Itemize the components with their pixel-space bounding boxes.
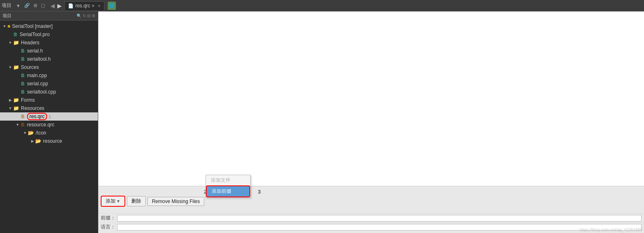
tree-item-headers[interactable]: ▼ 📁 Headers — [0, 39, 98, 47]
tree-item-forms[interactable]: ▶ 📁 Forms — [0, 96, 98, 104]
serialtool-h-icon: 🗎 — [20, 56, 25, 62]
headers-icon: 📁 — [13, 40, 19, 46]
prefix-input[interactable] — [117, 215, 642, 222]
tree-item-pro[interactable]: 🗎 SerialTool.pro — [0, 30, 98, 39]
top-bar: 项目 ▼ 🔗 ⊞ ▢ ◀ ▶ 📄 res.qrc ▼ ✕ 🌐 — [0, 0, 644, 11]
expand-icon-folder: ▼ — [22, 131, 28, 135]
dropdown-add-file[interactable]: 添加文件 — [206, 175, 250, 185]
filter-icon[interactable]: ▼ — [15, 3, 22, 9]
add-prefix-label: 添加前缀 — [212, 188, 231, 194]
watermark: https://blog.csdn.net/qq_42351880 — [580, 228, 642, 232]
bottom-bar: 2 添加 ▼ 删除 Remove Missing Files 添加文件 — [98, 186, 644, 233]
panel-header: 项目 🔍 ↻ ⊟ ⚙ — [0, 11, 98, 21]
sync-icon[interactable]: ↻ — [83, 14, 86, 18]
sources-icon: 📁 — [13, 64, 19, 70]
expand-resource: ▶ — [29, 139, 35, 143]
prefix-label: 前缀： — [101, 215, 115, 222]
tree-label-pro: SerialTool.pro — [20, 32, 50, 37]
tree-label-resource-qrc: resource.qrc — [27, 122, 54, 128]
left-panel: 项目 🔍 ↻ ⊟ ⚙ ▼ ■ SerialTool [master] 🗎 Ser… — [0, 11, 98, 233]
tree-label-serialtool: SerialTool [master] — [12, 23, 52, 29]
tree-item-serialtool-cpp[interactable]: 🗎 serialtool.cpp — [0, 88, 98, 96]
tree-item-serialtool[interactable]: ▼ ■ SerialTool [master] — [0, 22, 98, 30]
nav-arrows: ◀ ▶ — [50, 2, 63, 9]
project-title: 项目 — [2, 2, 11, 9]
tree-label-icon-folder: /Icon — [36, 130, 46, 136]
split-icon[interactable]: ⊞ — [32, 2, 38, 9]
main-cpp-icon: 🗎 — [20, 73, 25, 78]
panel-title: 项目 — [2, 13, 77, 19]
tree-label-sources: Sources — [21, 64, 39, 70]
resource-qrc-icon: 🗎 — [20, 122, 25, 128]
serial-h-icon: 🗎 — [20, 48, 25, 54]
window-icon[interactable]: ▢ — [40, 2, 46, 9]
tab-close-button[interactable]: ✕ — [97, 4, 101, 8]
serialtool-cpp-icon: 🗎 — [20, 89, 25, 95]
nav-back[interactable]: ◀ — [50, 2, 56, 9]
layout-icon[interactable]: ⊟ — [87, 14, 90, 18]
remove-missing-button[interactable]: Remove Missing Files — [147, 197, 204, 206]
file-tree: ▼ ■ SerialTool [master] 🗎 SerialTool.pro… — [0, 21, 98, 233]
tab-dropdown-arrow[interactable]: ▼ — [91, 4, 95, 8]
forms-icon: 📁 — [13, 97, 19, 103]
dropdown-add-prefix[interactable]: 添加前缀 3 — [206, 185, 250, 197]
prefix-field-row: 前缀： — [98, 213, 644, 222]
expand-resources: ▼ — [7, 106, 13, 110]
tree-item-resources[interactable]: ▼ 📁 Resources — [0, 104, 98, 112]
tree-item-sources[interactable]: ▼ 📁 Sources — [0, 63, 98, 71]
delete-button[interactable]: 删除 — [127, 196, 146, 206]
tree-label-serial-cpp: serial.cpp — [27, 81, 48, 87]
resources-icon: 📁 — [13, 105, 19, 111]
editor-area — [98, 11, 644, 186]
tree-item-res-qrc[interactable]: 🗎 res.qrc 1 — [0, 112, 98, 121]
expand-sources: ▼ — [7, 65, 13, 69]
tree-item-resource-qrc[interactable]: ▼ 🗎 resource.qrc — [0, 121, 98, 129]
expand-resource-qrc: ▼ — [15, 123, 20, 127]
add-label: 添加 — [106, 198, 115, 205]
remove-missing-label: Remove Missing Files — [152, 199, 200, 204]
tree-item-serial-cpp[interactable]: 🗎 serial.cpp — [0, 80, 98, 88]
tree-label-resources: Resources — [21, 105, 44, 111]
tree-label-main-cpp: main.cpp — [27, 73, 47, 78]
tree-label-serial-h: serial.h — [27, 48, 43, 54]
tree-item-serialtool-h[interactable]: 🗎 serialtool.h — [0, 55, 98, 63]
pro-icon: 🗎 — [13, 32, 18, 37]
tree-item-serial-h[interactable]: 🗎 serial.h — [0, 47, 98, 55]
tree-item-main-cpp[interactable]: 🗎 main.cpp — [0, 71, 98, 80]
language-label: 语言： — [101, 224, 115, 231]
link-icon[interactable]: 🔗 — [23, 2, 31, 9]
bottom-toolbar: 添加 ▼ 删除 Remove Missing Files — [98, 196, 644, 209]
tab-label: res.qrc — [75, 3, 90, 9]
bottom-fields: 前缀： 语言： — [98, 213, 644, 233]
browser-icon[interactable]: 🌐 — [108, 2, 116, 10]
res-qrc-badge: 1 — [49, 114, 51, 119]
add-button[interactable]: 添加 ▼ — [101, 196, 125, 207]
expand-headers: ▼ — [7, 41, 13, 45]
tab-bar: ◀ ▶ 📄 res.qrc ▼ ✕ 🌐 — [50, 1, 642, 10]
gear-panel-icon[interactable]: ⚙ — [92, 14, 95, 18]
tree-label-res-qrc: res.qrc — [27, 113, 47, 120]
icon-folder-icon: 📂 — [28, 130, 34, 136]
language-input[interactable] — [117, 224, 642, 231]
serial-cpp-icon: 🗎 — [20, 81, 25, 87]
tree-label-forms: Forms — [21, 97, 35, 103]
tree-item-resource[interactable]: ▶ 📂 resource — [0, 137, 98, 145]
top-bar-icons: ▼ 🔗 ⊞ ▢ — [15, 2, 46, 9]
add-dropdown-arrow: ▼ — [116, 199, 120, 203]
tab-res-qrc[interactable]: 📄 res.qrc ▼ ✕ — [64, 1, 105, 10]
filter-panel-icon[interactable]: 🔍 — [77, 14, 81, 18]
res-qrc-icon: 🗎 — [20, 114, 25, 119]
resource-folder-icon: 📂 — [35, 138, 41, 144]
annotation-2: 2 — [98, 189, 644, 196]
right-panel: 2 添加 ▼ 删除 Remove Missing Files 添加文件 — [98, 11, 644, 233]
expand-serialtool: ▼ — [2, 24, 7, 28]
add-file-label: 添加文件 — [211, 177, 230, 183]
tree-label-serialtool-cpp: serialtool.cpp — [27, 89, 56, 95]
tree-label-headers: Headers — [21, 40, 39, 46]
tree-label-serialtool-h: serialtool.h — [27, 56, 51, 62]
delete-label: 删除 — [131, 198, 141, 204]
add-dropdown-menu: 添加文件 添加前缀 3 — [206, 175, 251, 198]
tree-item-icon-folder[interactable]: ▼ 📂 /Icon — [0, 129, 98, 137]
nav-forward[interactable]: ▶ — [56, 2, 63, 9]
tree-label-resource: resource — [43, 138, 62, 144]
